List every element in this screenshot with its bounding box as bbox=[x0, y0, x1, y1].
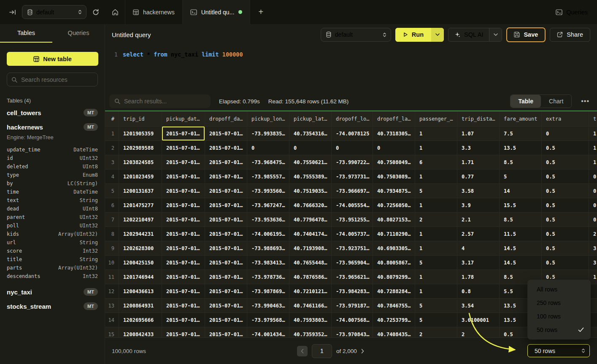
cell[interactable]: 40.7256050… bbox=[373, 198, 415, 213]
cell[interactable]: 1202210497 bbox=[119, 213, 162, 227]
cell[interactable]: -73.990463… bbox=[247, 299, 289, 313]
cell[interactable]: 1 bbox=[415, 141, 457, 155]
cell[interactable]: -73.970843… bbox=[332, 327, 373, 337]
row-number[interactable]: 7 bbox=[105, 213, 119, 227]
row-number[interactable]: 2 bbox=[105, 141, 119, 155]
cell[interactable]: -73.987869… bbox=[247, 284, 289, 299]
cell[interactable]: 40.6903305… bbox=[373, 241, 415, 256]
cell[interactable]: 1200842433 bbox=[119, 327, 162, 337]
cell[interactable]: 2015-07-01… bbox=[205, 127, 247, 141]
column-row-update_time[interactable]: update_timeDateTime bbox=[0, 146, 105, 154]
cell[interactable]: 1201023459 bbox=[119, 170, 162, 184]
cell[interactable]: -73.965904… bbox=[332, 256, 373, 270]
tab-untitled-query[interactable]: Untitled qu... bbox=[183, 0, 251, 24]
cell[interactable]: 1202989588 bbox=[119, 141, 162, 155]
column-header-extra[interactable]: extra bbox=[542, 111, 589, 127]
cell[interactable]: 0.8 bbox=[457, 284, 500, 299]
cell[interactable]: 8.5 bbox=[500, 155, 542, 170]
cell[interactable]: -73.990722… bbox=[332, 155, 373, 170]
page-size-select[interactable]: 50 rows bbox=[527, 344, 590, 357]
cell[interactable]: 1 bbox=[415, 270, 457, 284]
cell[interactable]: 5 bbox=[415, 256, 457, 270]
refresh-icon[interactable] bbox=[92, 9, 99, 16]
cell[interactable]: 4 bbox=[457, 241, 500, 256]
cell[interactable]: 40.7193908… bbox=[289, 241, 332, 256]
cell[interactable]: 7.5 bbox=[500, 127, 542, 141]
cell[interactable]: 3.9 bbox=[457, 198, 500, 213]
cell[interactable]: 2015-07-01… bbox=[205, 213, 247, 227]
cell[interactable]: 0.5 bbox=[542, 256, 589, 270]
cell[interactable]: -73.967247… bbox=[247, 198, 289, 213]
cell[interactable]: 0 bbox=[542, 127, 589, 141]
database-selector[interactable]: default bbox=[22, 5, 86, 19]
collapse-sidebar-icon[interactable] bbox=[9, 9, 16, 15]
cell[interactable]: -73.953636… bbox=[247, 213, 289, 227]
cell[interactable]: 2 bbox=[457, 327, 500, 337]
cell[interactable]: 1 bbox=[589, 155, 597, 170]
cell[interactable]: 3 bbox=[589, 241, 597, 256]
view-toggle-chart[interactable]: Chart bbox=[541, 95, 571, 108]
cell[interactable]: 6 bbox=[415, 155, 457, 170]
page-number-input[interactable] bbox=[312, 344, 332, 358]
cell[interactable]: 2 bbox=[589, 227, 597, 241]
cell[interactable]: 40.7550621… bbox=[289, 155, 332, 170]
cell[interactable]: 1 bbox=[589, 141, 597, 155]
cell[interactable]: 2015-07-01… bbox=[205, 284, 247, 299]
cell[interactable]: 14.5 bbox=[500, 241, 542, 256]
column-row-time[interactable]: timeDateTime bbox=[0, 188, 105, 196]
cell[interactable]: 0 bbox=[589, 198, 597, 213]
cell[interactable]: 2015-07-01… bbox=[162, 270, 205, 284]
cell[interactable]: 2015-07-01… bbox=[205, 256, 247, 270]
cell[interactable]: 1.71 bbox=[457, 155, 500, 170]
cell[interactable]: 3.3 bbox=[457, 141, 500, 155]
cell[interactable]: 2.1 bbox=[457, 213, 500, 227]
cell[interactable]: -73.965621… bbox=[332, 270, 373, 284]
cell[interactable]: 0.5 bbox=[542, 184, 589, 198]
cell[interactable]: 40.8027153… bbox=[373, 213, 415, 227]
cell[interactable]: 0 bbox=[589, 184, 597, 198]
cell[interactable]: 1201905359 bbox=[119, 127, 162, 141]
cell[interactable]: 2015-07-01… bbox=[162, 141, 205, 155]
cell[interactable]: 5 bbox=[500, 170, 542, 184]
cell[interactable]: 40.7876586… bbox=[289, 270, 332, 284]
cell[interactable]: 1202944231 bbox=[119, 227, 162, 241]
cell[interactable]: 2 bbox=[415, 213, 457, 227]
cell[interactable]: 14.5 bbox=[500, 256, 542, 270]
cell[interactable]: 1201475277 bbox=[119, 198, 162, 213]
cell[interactable]: -73.983413… bbox=[247, 256, 289, 270]
results-search-input[interactable] bbox=[124, 98, 205, 105]
query-database-selector[interactable]: default bbox=[321, 28, 391, 42]
cell[interactable]: 0 bbox=[373, 141, 415, 155]
cell[interactable]: 1200425150 bbox=[119, 256, 162, 270]
cell[interactable]: 0.5 bbox=[542, 241, 589, 256]
cell[interactable]: 0.5 bbox=[542, 155, 589, 170]
cell[interactable]: 40.7846755… bbox=[373, 299, 415, 313]
cell[interactable]: 2015-07-01… bbox=[162, 284, 205, 299]
cell[interactable]: 0 bbox=[332, 141, 373, 155]
cell[interactable]: 40.7408435… bbox=[373, 327, 415, 337]
cell[interactable]: 0 bbox=[247, 141, 289, 155]
column-row-text[interactable]: textString bbox=[0, 196, 105, 205]
sql-editor[interactable]: 1 select * from nyc_taxi limit 100000 bbox=[105, 45, 597, 94]
cell[interactable]: 2015-07-01… bbox=[205, 241, 247, 256]
sql-ai-options-caret[interactable] bbox=[489, 28, 502, 41]
row-number[interactable]: 3 bbox=[105, 155, 119, 170]
cell[interactable]: 0.5 bbox=[542, 227, 589, 241]
cell[interactable]: 0 bbox=[289, 141, 332, 155]
column-row-parent[interactable]: parentUInt32 bbox=[0, 213, 105, 221]
cell[interactable]: 40.7288284… bbox=[373, 284, 415, 299]
cell[interactable]: 3.54 bbox=[457, 299, 500, 313]
column-row-type[interactable]: typeEnum8 bbox=[0, 171, 105, 179]
cell[interactable]: 0.5 bbox=[542, 198, 589, 213]
cell[interactable]: -74.005554… bbox=[332, 198, 373, 213]
cell[interactable]: 0.5 bbox=[542, 141, 589, 155]
row-number[interactable]: 9 bbox=[105, 241, 119, 256]
row-number[interactable]: 5 bbox=[105, 184, 119, 198]
cell[interactable]: 2015-07-01… bbox=[205, 198, 247, 213]
cell[interactable]: 2015-07-01… bbox=[162, 256, 205, 270]
sidebar-table-nyc_taxi[interactable]: nyc_taxiMT bbox=[0, 285, 105, 299]
column-header-passenger_[interactable]: passenger_… bbox=[415, 111, 457, 127]
column-row-dead[interactable]: deadUInt8 bbox=[0, 205, 105, 213]
cell[interactable]: 2015-07-01… bbox=[205, 299, 247, 313]
column-header-trip_id[interactable]: trip_id bbox=[119, 111, 162, 127]
